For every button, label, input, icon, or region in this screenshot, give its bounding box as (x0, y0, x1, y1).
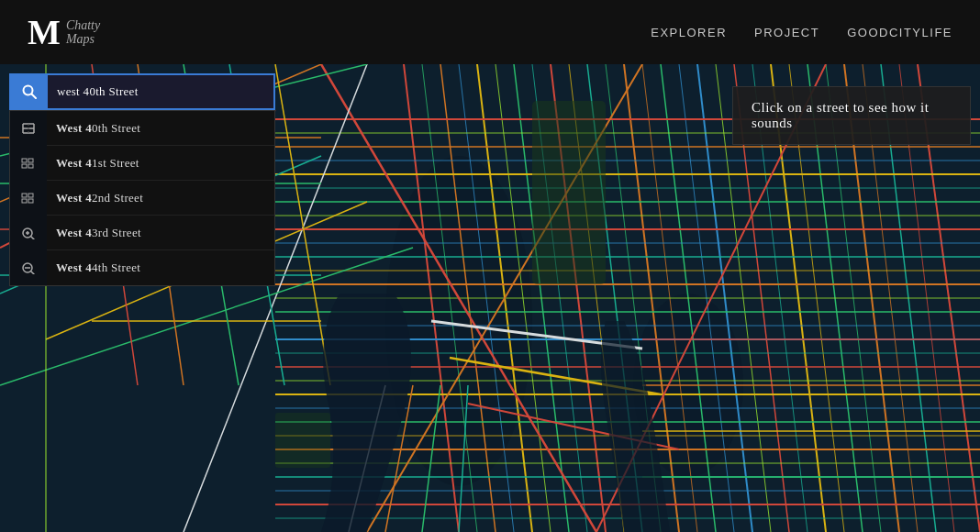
zoom-out-icon (20, 261, 37, 274)
result-text-3: West 42nd Street (47, 191, 143, 205)
svg-rect-106 (22, 164, 27, 168)
svg-line-113 (31, 237, 35, 239)
logo-maps: Maps (66, 32, 100, 46)
search-input[interactable] (48, 84, 273, 99)
search-result-2[interactable]: West 41st Street (10, 146, 274, 181)
nav-item-goodcitylife[interactable]: GoodCityLife (847, 26, 952, 39)
tooltip-text: Click on a street to see how it sounds (752, 100, 929, 130)
result-text-5: West 44th Street (47, 260, 140, 275)
nav-item-explorer[interactable]: Explorer (651, 26, 727, 39)
search-dropdown: West 40th Street West 41st Street (9, 110, 275, 286)
grid-icon-2 (20, 192, 37, 205)
svg-line-117 (31, 272, 35, 274)
result-icon-5 (10, 250, 47, 285)
nav-item-project[interactable]: Project (754, 26, 819, 39)
road-icon (20, 122, 37, 135)
search-result-1[interactable]: West 40th Street (10, 111, 274, 146)
header: M Chatty Maps ExplorerProjectGoodCityLif… (0, 0, 980, 64)
svg-rect-104 (22, 159, 27, 162)
svg-rect-108 (22, 194, 27, 197)
nav: ExplorerProjectGoodCityLife (651, 26, 952, 39)
result-text-1: West 40th Street (47, 121, 140, 136)
result-icon-1 (10, 111, 47, 146)
search-result-4[interactable]: West 43rd Street (10, 216, 274, 250)
zoom-in-icon (20, 227, 37, 239)
svg-rect-95 (275, 413, 330, 468)
svg-rect-109 (28, 194, 33, 197)
result-icon-4 (10, 216, 47, 250)
logo-text: Chatty Maps (66, 18, 100, 47)
result-text-2: West 41st Street (47, 156, 139, 171)
search-result-5[interactable]: West 44th Street (10, 250, 274, 285)
search-panel: West 40th Street West 41st Street (9, 73, 275, 286)
svg-rect-94 (532, 101, 606, 284)
logo: M Chatty Maps (28, 15, 100, 50)
map-container[interactable]: Click on a street to see how it sounds (0, 64, 980, 532)
search-button[interactable] (11, 73, 48, 110)
svg-rect-110 (22, 199, 27, 203)
search-icon (22, 84, 37, 99)
logo-chatty: Chatty (66, 18, 100, 32)
svg-line-97 (32, 94, 37, 99)
result-icon-3 (10, 181, 47, 216)
svg-point-1 (385, 156, 532, 486)
tooltip: Click on a street to see how it sounds (732, 86, 971, 145)
result-icon-2 (10, 146, 47, 181)
svg-rect-105 (28, 159, 33, 162)
logo-m-letter: M (28, 15, 61, 50)
svg-line-82 (275, 64, 330, 385)
svg-rect-111 (28, 199, 33, 203)
grid-icon (20, 157, 37, 170)
svg-rect-107 (28, 164, 33, 168)
result-text-4: West 43rd Street (47, 226, 141, 240)
search-bar (9, 73, 275, 110)
search-result-3[interactable]: West 42nd Street (10, 181, 274, 216)
